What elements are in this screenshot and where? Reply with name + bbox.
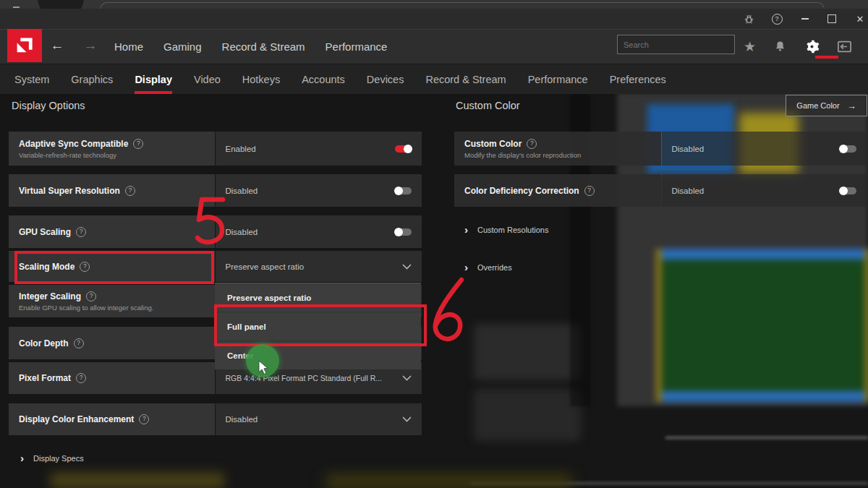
app-window: ? ✕ ← → Home Gaming Record & Stream Perf… bbox=[0, 0, 868, 488]
setting-row-adaptive-sync[interactable]: Adaptive Sync Compatible ? Variable-refr… bbox=[9, 132, 422, 166]
help-icon[interactable]: ? bbox=[76, 227, 86, 237]
help-icon[interactable]: ? bbox=[86, 291, 96, 301]
chevron-right-icon: › bbox=[464, 224, 468, 235]
chevron-down-icon bbox=[402, 264, 412, 270]
nav-item-home[interactable]: Home bbox=[114, 40, 143, 53]
display-specs-expander[interactable]: › Display Specs bbox=[20, 453, 84, 463]
tab-graphics[interactable]: Graphics bbox=[71, 74, 113, 85]
test-pattern-blue-strip-bottom bbox=[662, 391, 864, 402]
maximize-button[interactable] bbox=[822, 9, 841, 29]
search-box bbox=[617, 35, 735, 54]
background-minimize-dash bbox=[13, 7, 20, 8]
highlight-box-scaling-mode bbox=[14, 251, 214, 284]
back-button[interactable]: ← bbox=[48, 36, 67, 55]
background-browser-strip bbox=[0, 0, 868, 9]
help-icon[interactable]: ? bbox=[133, 139, 143, 149]
notifications-bell-icon[interactable] bbox=[773, 40, 787, 53]
scaling-mode-dropdown-trigger[interactable]: Preserve aspect ratio bbox=[216, 251, 422, 282]
dce-dropdown-trigger[interactable]: Disabled bbox=[216, 403, 422, 435]
tab-accounts[interactable]: Accounts bbox=[302, 74, 345, 85]
background-test-pattern bbox=[655, 249, 868, 402]
help-icon[interactable]: ? bbox=[74, 338, 84, 348]
tab-video[interactable]: Video bbox=[194, 74, 221, 85]
color-deficiency-toggle[interactable] bbox=[840, 187, 856, 194]
amd-logo-button[interactable] bbox=[7, 29, 42, 62]
overrides-expander[interactable]: › Overrides bbox=[464, 262, 512, 273]
background-olive-blob bbox=[326, 474, 571, 488]
help-icon[interactable]: ? bbox=[767, 9, 786, 29]
tab-preferences[interactable]: Preferences bbox=[610, 74, 666, 85]
setting-row-custom-color[interactable]: Custom Color ? Modify the display's colo… bbox=[454, 132, 867, 166]
forward-button[interactable]: → bbox=[81, 36, 100, 55]
annotation-step-6 bbox=[430, 277, 470, 343]
tab-system[interactable]: System bbox=[14, 74, 49, 85]
amd-arrow-icon bbox=[14, 35, 35, 56]
test-pattern-blue-strip-top bbox=[662, 249, 864, 260]
help-icon[interactable]: ? bbox=[139, 414, 149, 424]
settings-active-underline bbox=[815, 56, 838, 59]
chevron-right-icon: › bbox=[20, 453, 24, 463]
nav-item-record-stream[interactable]: Record & Stream bbox=[222, 40, 305, 53]
titlebar: ? ✕ bbox=[0, 9, 868, 29]
highlight-box-full-panel bbox=[214, 304, 427, 346]
setting-row-color-deficiency-correction[interactable]: Color Deficiency Correction ? Disabled bbox=[454, 174, 867, 207]
background-light-streak bbox=[665, 437, 868, 439]
background-card bbox=[474, 389, 581, 441]
mouse-cursor bbox=[258, 360, 270, 376]
chevron-right-icon: › bbox=[464, 262, 468, 273]
settings-tab-bar: System Graphics Display Video Hotkeys Ac… bbox=[0, 64, 868, 94]
adaptive-sync-toggle[interactable] bbox=[395, 145, 412, 153]
game-color-button[interactable]: Game Color → bbox=[786, 95, 867, 116]
tab-display[interactable]: Display bbox=[135, 74, 172, 85]
search-input[interactable] bbox=[618, 40, 732, 49]
help-icon[interactable]: ? bbox=[76, 373, 86, 383]
chevron-down-icon bbox=[402, 416, 412, 422]
arrow-right-icon: → bbox=[847, 100, 856, 111]
help-icon[interactable]: ? bbox=[584, 186, 595, 196]
background-olive-blob bbox=[51, 473, 224, 488]
tab-hotkeys[interactable]: Hotkeys bbox=[242, 74, 280, 85]
gpu-scaling-toggle[interactable] bbox=[395, 228, 412, 236]
annotation-step-5 bbox=[192, 196, 229, 248]
custom-color-title: Custom Color bbox=[456, 100, 520, 111]
nav-item-performance[interactable]: Performance bbox=[326, 40, 388, 53]
tab-performance[interactable]: Performance bbox=[528, 74, 588, 85]
favorites-star-icon[interactable]: ★ bbox=[744, 40, 756, 53]
settings-gear-icon[interactable] bbox=[804, 39, 820, 54]
main-nav-items: Home Gaming Record & Stream Performance bbox=[114, 29, 387, 64]
background-card bbox=[474, 324, 581, 380]
minimize-button[interactable] bbox=[796, 9, 814, 29]
display-options-title: Display Options bbox=[12, 100, 85, 111]
bug-report-icon[interactable] bbox=[739, 9, 758, 29]
help-icon[interactable]: ? bbox=[125, 186, 135, 196]
nav-item-gaming[interactable]: Gaming bbox=[163, 40, 202, 53]
help-icon[interactable]: ? bbox=[527, 139, 537, 149]
setting-row-display-color-enhancement[interactable]: Display Color Enhancement ? Disabled bbox=[9, 403, 422, 435]
overlay-panel-icon[interactable] bbox=[837, 40, 852, 53]
tab-devices[interactable]: Devices bbox=[367, 74, 404, 85]
tab-record-stream[interactable]: Record & Stream bbox=[425, 74, 506, 85]
close-button[interactable]: ✕ bbox=[851, 9, 868, 29]
vsr-toggle[interactable] bbox=[395, 187, 412, 194]
custom-color-toggle[interactable] bbox=[840, 145, 856, 153]
chevron-down-icon bbox=[402, 375, 412, 381]
custom-resolutions-expander[interactable]: › Custom Resolutions bbox=[464, 224, 548, 235]
